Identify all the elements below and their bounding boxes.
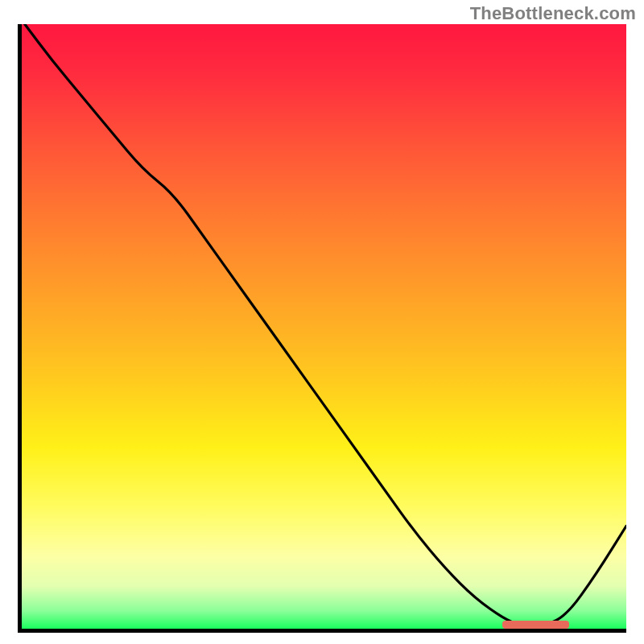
curve-path bbox=[25, 24, 626, 626]
trough-marker bbox=[502, 621, 569, 629]
curve-group bbox=[25, 24, 626, 626]
plot-area bbox=[18, 24, 626, 633]
chart-container: TheBottleneck.com bbox=[0, 0, 644, 644]
chart-svg bbox=[22, 24, 626, 629]
watermark-text: TheBottleneck.com bbox=[470, 3, 636, 24]
